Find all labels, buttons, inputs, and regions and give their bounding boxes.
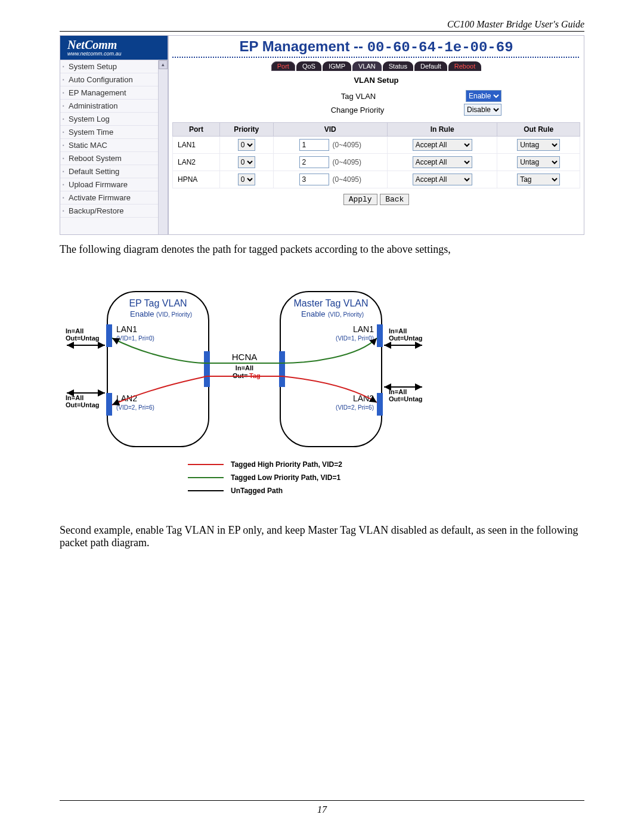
cell-port: HPNA [173,171,220,188]
th-vid: VID [273,123,387,137]
nav-item-system-setup[interactable]: System Setup [60,60,168,73]
table-row: HPNA 0 (0~4095) Accept All Tag [173,171,580,188]
svg-text:In=All: In=All [389,327,407,335]
nav-item-auto-config[interactable]: Auto Configuration [60,73,168,86]
vid-input[interactable] [299,156,329,168]
svg-text:(VID=1, Pri=0): (VID=1, Pri=0) [336,335,374,342]
tab-default[interactable]: Default [414,61,447,71]
nav-item-reboot-system[interactable]: Reboot System [60,152,168,165]
header-rule [60,31,584,32]
brand-name: NetComm [67,39,168,51]
svg-text:Out=Untag: Out=Untag [66,335,100,342]
svg-text:(VID=2, Pri=6): (VID=2, Pri=6) [336,404,374,411]
table-row: LAN1 0 (0~4095) Accept All Untag [173,137,580,154]
svg-text:LAN1: LAN1 [116,324,137,334]
svg-text:(VID=2, Pri=6): (VID=2, Pri=6) [116,404,154,411]
svg-text:Out=Untag: Out=Untag [389,335,423,342]
vlan-config: Tag VLAN Enable Change Priority Disable [251,88,501,117]
paragraph-1: The following diagram denotes the path f… [60,243,584,256]
out-rule-select[interactable]: Untag [517,139,560,151]
apply-button[interactable]: Apply [343,194,377,205]
svg-text:UnTagged Path: UnTagged Path [231,487,283,495]
main-panel: EP Management -- 00-60-64-1e-00-69 Port … [169,36,584,234]
out-rule-select[interactable]: Tag [517,174,560,185]
nav-item-ep-management[interactable]: EP Management [60,86,168,100]
title-prefix: EP Management -- [239,38,367,54]
tab-status[interactable]: Status [383,61,413,71]
nav-item-default-setting[interactable]: Default Setting [60,165,168,178]
cell-port: LAN1 [173,137,220,154]
vlan-table: Port Priority VID In Rule Out Rule LAN1 … [172,122,580,188]
out-rule-select[interactable]: Untag [517,156,560,168]
button-row: Apply Back [172,193,580,205]
title-mac: 00-60-64-1e-00-69 [367,39,513,55]
scroll-up-icon[interactable]: ▴ [159,60,168,69]
priority-select[interactable]: 0 [238,156,255,168]
app-screenshot: NetComm www.netcomm.com.au System Setup … [60,35,584,235]
page-title: EP Management -- 00-60-64-1e-00-69 [172,38,580,55]
svg-text:Out=Untag: Out=Untag [389,395,423,402]
svg-text:Tagged Low Priority Path, VID=: Tagged Low Priority Path, VID=1 [231,473,340,482]
nav-item-administration[interactable]: Administration [60,100,168,113]
svg-rect-11 [377,393,383,416]
tab-reboot[interactable]: Reboot [448,61,481,71]
brand-url: www.netcomm.com.au [67,51,168,57]
change-priority-select[interactable]: Disable [464,104,501,116]
svg-rect-10 [377,324,383,347]
table-row: LAN2 0 (0~4095) Accept All Untag [173,154,580,171]
svg-text:In=All: In=All [66,394,83,401]
brand-logo: NetComm www.netcomm.com.au [60,36,168,60]
priority-select[interactable]: 0 [238,174,255,185]
svg-text:LAN1: LAN1 [353,324,374,334]
svg-text:Tagged High Priority Path, VID: Tagged High Priority Path, VID=2 [231,460,342,469]
priority-select[interactable]: 0 [238,139,255,151]
tab-qos[interactable]: QoS [296,61,321,71]
in-rule-select[interactable]: Accept All [413,156,472,168]
packet-path-diagram: EP Tag VLAN Enable (VID, Priority) Maste… [60,268,429,500]
vid-range: (0~4095) [333,158,361,166]
sidebar-scrollbar[interactable]: ▴ [158,60,168,234]
nav-item-upload-firmware[interactable]: Upload Firmware [60,178,168,191]
tab-vlan[interactable]: VLAN [352,61,382,71]
back-button[interactable]: Back [380,194,409,205]
nav-item-system-time[interactable]: System Time [60,126,168,139]
nav-item-system-log[interactable]: System Log [60,113,168,126]
tab-igmp[interactable]: IGMP [323,61,351,71]
tab-bar: Port QoS IGMP VLAN Status Default Reboot [172,61,580,71]
nav-item-static-mac[interactable]: Static MAC [60,139,168,152]
nav-list: System Setup Auto Configuration EP Manag… [60,60,168,218]
sidebar: NetComm www.netcomm.com.au System Setup … [60,36,169,234]
svg-text:HCNA: HCNA [232,352,258,362]
vid-input[interactable] [299,139,329,151]
th-in-rule: In Rule [388,123,497,137]
svg-rect-9 [279,351,285,387]
page-number: 17 [0,804,644,815]
svg-rect-6 [106,324,112,347]
vid-range: (0~4095) [333,141,361,149]
nav-item-backup-restore[interactable]: Backup/Restore [60,205,168,218]
svg-text:In=All: In=All [236,364,253,371]
in-rule-select[interactable]: Accept All [413,174,472,185]
footer-rule [60,800,584,801]
th-priority: Priority [219,123,273,137]
vid-range: (0~4095) [333,175,361,184]
diag-left-title: EP Tag VLAN [129,298,187,308]
vid-input[interactable] [299,174,329,185]
svg-text:Out=Untag: Out=Untag [66,401,100,408]
nav-item-activate-firmware[interactable]: Activate Firmware [60,191,168,205]
tag-vlan-select[interactable]: Enable [466,90,501,102]
in-rule-select[interactable]: Accept All [413,139,472,151]
svg-text:In=All: In=All [66,327,83,335]
doc-header: CC100 Master Bridge User's Guide [60,19,584,30]
nav-wrap: System Setup Auto Configuration EP Manag… [60,60,168,234]
tab-port[interactable]: Port [271,61,295,71]
svg-rect-7 [106,393,112,416]
svg-text:(VID, Priority): (VID, Priority) [156,311,192,318]
th-port: Port [173,123,220,137]
paragraph-2: Second example, enable Tag VLAN in EP on… [60,524,584,549]
svg-text:(VID=1, Pri=0): (VID=1, Pri=0) [116,335,154,342]
svg-text:Enable: Enable [301,309,325,318]
svg-text:In=All: In=All [389,388,407,395]
cell-port: LAN2 [173,154,220,171]
svg-text:(VID, Priority): (VID, Priority) [328,311,364,318]
